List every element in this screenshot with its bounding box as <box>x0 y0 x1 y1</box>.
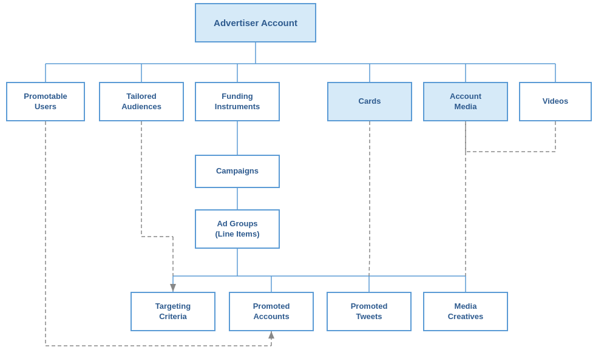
funding-instruments-node: FundingInstruments <box>195 82 280 121</box>
cards-node: Cards <box>327 82 412 121</box>
svg-marker-19 <box>170 284 176 292</box>
promotable-users-node: PromotableUsers <box>6 82 85 121</box>
diagram: Advertiser Account PromotableUsers Tailo… <box>0 0 607 364</box>
account-media-node: AccountMedia <box>423 82 508 121</box>
media-creatives-node: MediaCreatives <box>423 292 508 331</box>
promoted-accounts-node: PromotedAccounts <box>229 292 314 331</box>
advertiser-account-node: Advertiser Account <box>195 3 316 42</box>
promoted-tweets-node: PromotedTweets <box>327 292 412 331</box>
svg-marker-23 <box>268 331 274 339</box>
targeting-criteria-node: TargetingCriteria <box>131 292 215 331</box>
campaigns-node: Campaigns <box>195 155 280 188</box>
videos-node: Videos <box>519 82 592 121</box>
svg-line-25 <box>369 255 370 276</box>
ad-groups-node: Ad Groups(Line Items) <box>195 209 280 249</box>
tailored-audiences-node: TailoredAudiences <box>99 82 184 121</box>
